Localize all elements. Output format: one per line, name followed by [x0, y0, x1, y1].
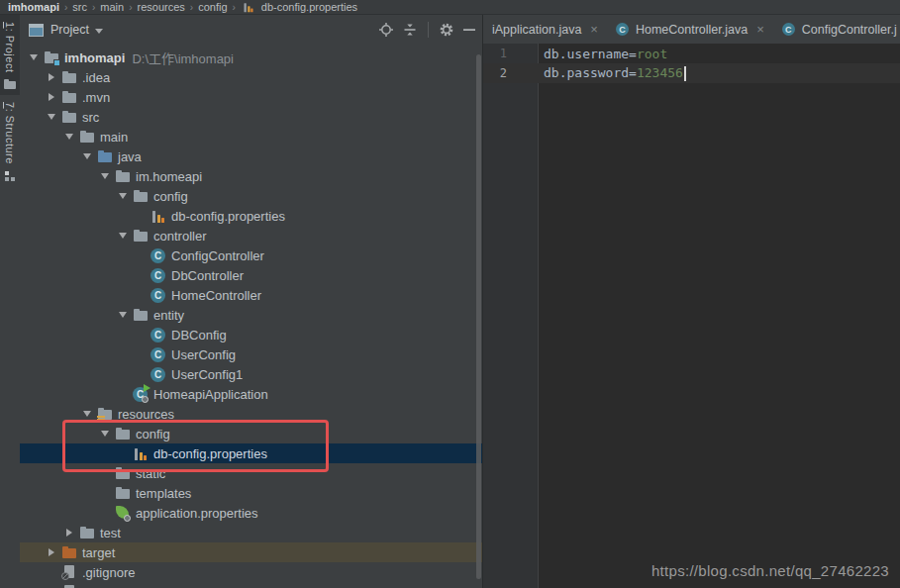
properties-file-icon	[133, 445, 149, 461]
tree-item-homecontroller[interactable]: CHomeController	[20, 285, 482, 305]
breadcrumb-item-main[interactable]: main	[100, 1, 124, 13]
breadcrumb-separator: ›	[233, 2, 236, 13]
tree-item-label: java	[118, 149, 142, 164]
chevron-down-icon[interactable]	[95, 29, 103, 34]
tree-item-label: entity	[153, 308, 184, 323]
tree-item--gitignore[interactable]: .gitignore	[20, 562, 482, 582]
line-number[interactable]: 1	[483, 47, 507, 60]
properties-file-icon	[150, 208, 166, 224]
code-text[interactable]: db.password=123456	[544, 65, 686, 81]
tree-item-db-config-properties[interactable]: db-config.properties	[20, 206, 482, 226]
package-folder-icon	[133, 228, 149, 244]
tree-item-java[interactable]: java	[20, 147, 482, 166]
breadcrumb-item-src[interactable]: src	[72, 1, 87, 13]
tree-item-label: config	[136, 427, 170, 441]
tree-item-test[interactable]: test	[20, 523, 482, 542]
tree-item-config[interactable]: config	[20, 424, 482, 443]
editor-tab-configcontroller-j[interactable]: CConfigController.j	[773, 15, 900, 44]
editor-line-1[interactable]: 1db.username=root	[483, 44, 900, 63]
close-tab-icon[interactable]: ×	[590, 23, 598, 36]
tree-arrow-collapsed[interactable]	[59, 529, 79, 537]
tree-item-dbcontroller[interactable]: CDbController	[20, 265, 482, 285]
breadcrumb-item-db-config-properties[interactable]: db-config.properties	[261, 1, 357, 13]
tree-arrow-collapsed[interactable]	[42, 93, 61, 101]
tree-item-resources[interactable]: resources	[20, 404, 482, 424]
watermark-url: https://blog.csdn.net/qq_27462223	[651, 562, 889, 579]
collapse-all-icon[interactable]	[402, 22, 418, 38]
tab-label: iApplication.java	[492, 23, 581, 37]
tree-arrow-expanded[interactable]	[42, 114, 61, 120]
tree-item-label: templates	[136, 486, 191, 501]
editor-gutter[interactable]	[483, 44, 539, 588]
settings-gear-icon[interactable]	[439, 22, 454, 38]
tree-item-application-properties[interactable]: application.properties	[20, 503, 482, 523]
tree-item-configcontrolle-r[interactable]: CConfigController	[20, 245, 482, 265]
tree-item-dbconfig[interactable]: CDBConfig	[20, 325, 482, 344]
tree-item-help-md[interactable]: HELP.md	[20, 582, 482, 588]
folder-icon	[61, 89, 77, 105]
tree-item-userconfig[interactable]: CUserConfig	[20, 344, 482, 364]
class-letter: C	[150, 288, 165, 303]
tool-window-button-structure[interactable]: 7: Structure	[0, 95, 20, 188]
editor-body[interactable]: 1db.username=root2db.password=123456	[483, 44, 900, 588]
editor-tab-iapplication-java[interactable]: iApplication.java×	[483, 15, 607, 44]
scrollbar-thumb[interactable]	[476, 54, 481, 579]
hide-panel-icon[interactable]	[462, 22, 476, 38]
tree-item-config[interactable]: config	[20, 186, 482, 206]
tree-arrow-expanded[interactable]	[77, 153, 97, 159]
tree-arrow-expanded[interactable]	[113, 193, 133, 199]
tree-arrow-expanded[interactable]	[59, 134, 79, 140]
tree-item-label: controller	[153, 229, 206, 244]
close-tab-icon[interactable]: ×	[756, 23, 764, 36]
class-letter: C	[150, 347, 165, 362]
project-panel: Project	[20, 15, 482, 588]
tree-arrow-expanded[interactable]	[95, 173, 115, 179]
tree-item-target[interactable]: target	[20, 542, 482, 562]
folder-icon	[61, 109, 77, 125]
class-letter: C	[150, 328, 165, 343]
code-text[interactable]: db.username=root	[544, 47, 667, 61]
tree-item-label: config	[153, 189, 188, 204]
class-icon: C	[150, 346, 166, 362]
tree-item-userconfig1[interactable]: CUserConfig1	[20, 364, 482, 384]
tree-item--mvn[interactable]: .mvn	[20, 87, 482, 107]
editor-line-2[interactable]: 2db.password=123456	[483, 63, 900, 83]
locate-icon[interactable]	[378, 22, 394, 38]
tree-item-homeapiapplication[interactable]: CHomeapiApplication	[20, 384, 482, 404]
class-icon: C	[782, 23, 796, 37]
resources-folder-icon	[97, 406, 113, 422]
tree-arrow-expanded[interactable]	[24, 54, 44, 60]
tree-item-label: db-config.properties	[153, 446, 267, 461]
project-scrollbar[interactable]	[475, 45, 482, 588]
tree-item-entity[interactable]: entity	[20, 305, 482, 325]
tree-item-imhomapi[interactable]: imhomapiD:\工作\imhomapi	[20, 48, 482, 67]
tree-item-main[interactable]: main	[20, 127, 482, 147]
tree-item-static[interactable]: static	[20, 463, 482, 483]
tree-item-db-config-properties[interactable]: db-config.properties	[20, 443, 482, 463]
tree-arrow-expanded[interactable]	[113, 233, 133, 239]
breadcrumb-item-config[interactable]: config	[198, 1, 227, 13]
tree-item-im-homeapi[interactable]: im.homeapi	[20, 166, 482, 186]
tree-item-label: .gitignore	[82, 565, 135, 580]
editor-tab-homecontroller-java[interactable]: CHomeController.java×	[607, 15, 773, 44]
ide-window: imhomapi›src›main›resources›config›db-co…	[0, 0, 900, 588]
tree-item-templates[interactable]: templates	[20, 483, 482, 503]
breadcrumb: imhomapi›src›main›resources›config›db-co…	[0, 0, 900, 15]
tree-item-src[interactable]: src	[20, 107, 482, 127]
line-number[interactable]: 2	[483, 66, 507, 80]
project-panel-title[interactable]: Project	[50, 23, 89, 37]
tree-item--idea[interactable]: .idea	[20, 67, 482, 87]
tool-window-button-project[interactable]: 1: Project	[0, 15, 20, 95]
tree-arrow-expanded[interactable]	[77, 411, 97, 417]
breadcrumb-item-imhomapi[interactable]: imhomapi	[8, 1, 59, 13]
tree-item-label: main	[100, 130, 128, 145]
tree-item-label: DbController	[171, 268, 244, 283]
tree-item-controller[interactable]: controller	[20, 226, 482, 245]
tree-arrow-collapsed[interactable]	[42, 73, 61, 81]
tree-arrow-expanded[interactable]	[113, 312, 133, 318]
tree-item-label: src	[82, 110, 99, 125]
tree-arrow-collapsed[interactable]	[42, 548, 61, 556]
tree-arrow-expanded[interactable]	[95, 431, 115, 437]
folder-icon	[115, 485, 131, 501]
breadcrumb-item-resources[interactable]: resources	[138, 1, 185, 13]
